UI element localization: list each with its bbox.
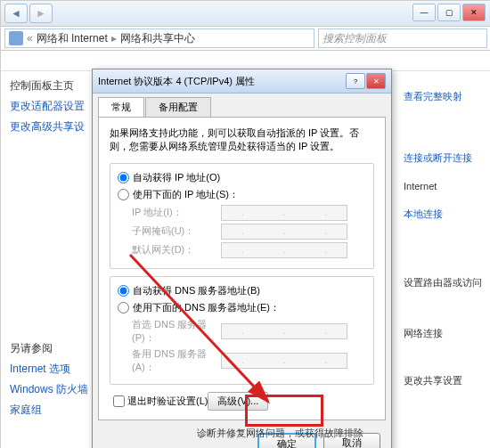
- breadcrumb-seg-2[interactable]: 网络和共享中心: [120, 31, 195, 46]
- dns-group: 自动获得 DNS 服务器地址(B) 使用下面的 DNS 服务器地址(E)： 首选…: [110, 276, 374, 385]
- radio-label: 使用下面的 DNS 服务器地址(E)：: [133, 301, 280, 314]
- alternate-dns-input: ...: [221, 353, 347, 369]
- ip-address-input: ...: [221, 205, 347, 221]
- network-icon: [9, 31, 23, 45]
- minimize-button[interactable]: —: [412, 4, 436, 21]
- see-also-heading: 另请参阅: [10, 341, 95, 356]
- radio-label: 自动获得 IP 地址(O): [133, 171, 220, 184]
- checkbox-label: 退出时验证设置(L): [127, 395, 208, 408]
- sidebar-link[interactable]: Windows 防火墙: [10, 382, 95, 397]
- radio-label: 自动获得 DNS 服务器地址(B): [133, 284, 260, 297]
- breadcrumb-box[interactable]: « 网络和 Internet ▸ 网络和共享中心: [4, 29, 314, 48]
- info-text: 如果网络支持此功能，则可以获取自动指派的 IP 设置。否则，您需要从网络系统管理…: [110, 126, 374, 154]
- diagnose-text[interactable]: 诊断并修复网络问题，或获得故障排除: [197, 427, 363, 440]
- dialog-title: Internet 协议版本 4 (TCP/IPv4) 属性: [98, 75, 255, 88]
- link[interactable]: 连接或断开连接: [404, 151, 482, 165]
- validate-on-exit-checkbox[interactable]: [113, 395, 125, 407]
- breadcrumb-sep: «: [27, 32, 33, 45]
- radio-auto-dns[interactable]: [118, 285, 129, 297]
- sidebar-link[interactable]: 更改适配器设置: [10, 99, 95, 114]
- gateway-input: ...: [221, 242, 347, 258]
- preferred-dns-input: ...: [221, 323, 347, 339]
- nav-back-button[interactable]: ◄: [4, 4, 28, 23]
- tab-panel: 如果网络支持此功能，则可以获取自动指派的 IP 设置。否则，您需要从网络系统管理…: [98, 117, 386, 420]
- radio-label: 使用下面的 IP 地址(S)：: [133, 188, 239, 201]
- subnet-mask-input: ...: [221, 224, 347, 240]
- sidebar-heading: 控制面板主页: [10, 78, 95, 94]
- ipv4-properties-dialog: Internet 协议版本 4 (TCP/IPv4) 属性 ? ✕ 常规 备用配…: [92, 69, 392, 448]
- ip-group: 自动获得 IP 地址(O) 使用下面的 IP 地址(S)： IP 地址(I)：.…: [110, 163, 374, 269]
- text: 更改共享设置: [404, 374, 482, 387]
- nav-forward-button[interactable]: ►: [29, 4, 53, 23]
- field-label: 备用 DNS 服务器(A)：: [132, 347, 221, 374]
- dialog-help-button[interactable]: ?: [346, 73, 365, 89]
- link[interactable]: 本地连接: [404, 208, 482, 221]
- radio-manual-ip[interactable]: [118, 189, 129, 200]
- sidebar-link[interactable]: 家庭组: [10, 403, 95, 418]
- text: 网络连接: [404, 327, 482, 340]
- link[interactable]: 查看完整映射: [404, 90, 482, 103]
- radio-auto-ip[interactable]: [118, 172, 129, 183]
- breadcrumb-arrow-icon: ▸: [111, 32, 117, 45]
- radio-manual-dns[interactable]: [118, 302, 129, 314]
- right-links: 查看完整映射 连接或断开连接 Internet 本地连接 设置路由器或访问 网络…: [404, 90, 482, 403]
- search-input[interactable]: 搜索控制面板: [318, 29, 487, 48]
- window-close-button[interactable]: ✕: [462, 4, 486, 21]
- breadcrumb-seg-1[interactable]: 网络和 Internet: [37, 31, 108, 46]
- control-panel-window: ◄ ► — ▢ ✕ « 网络和 Internet ▸ 网络和共享中心 搜索控制面…: [0, 0, 490, 448]
- text: 设置路由器或访问: [404, 276, 482, 289]
- tab-alternate[interactable]: 备用配置: [145, 97, 211, 117]
- text: Internet: [404, 181, 482, 191]
- sidebar-link[interactable]: Internet 选项: [10, 362, 95, 377]
- tab-general[interactable]: 常规: [98, 97, 144, 117]
- dialog-close-button[interactable]: ✕: [366, 73, 386, 89]
- sidebar: 控制面板主页 更改适配器设置 更改高级共享设 另请参阅 Internet 选项 …: [1, 71, 95, 448]
- sidebar-link[interactable]: 更改高级共享设: [10, 119, 95, 134]
- field-label: 子网掩码(U)：: [132, 224, 221, 238]
- tab-strip: 常规 备用配置: [93, 94, 391, 117]
- field-label: IP 地址(I)：: [132, 206, 221, 219]
- address-bar: « 网络和 Internet ▸ 网络和共享中心 搜索控制面板: [1, 27, 490, 51]
- titlebar: ◄ ► — ▢ ✕: [1, 1, 490, 27]
- dialog-titlebar: Internet 协议版本 4 (TCP/IPv4) 属性 ? ✕: [93, 69, 391, 94]
- field-label: 首选 DNS 服务器(P)：: [132, 318, 221, 345]
- advanced-button[interactable]: 高级(V)...: [208, 392, 268, 411]
- field-label: 默认网关(D)：: [132, 243, 221, 257]
- maximize-button[interactable]: ▢: [437, 4, 461, 21]
